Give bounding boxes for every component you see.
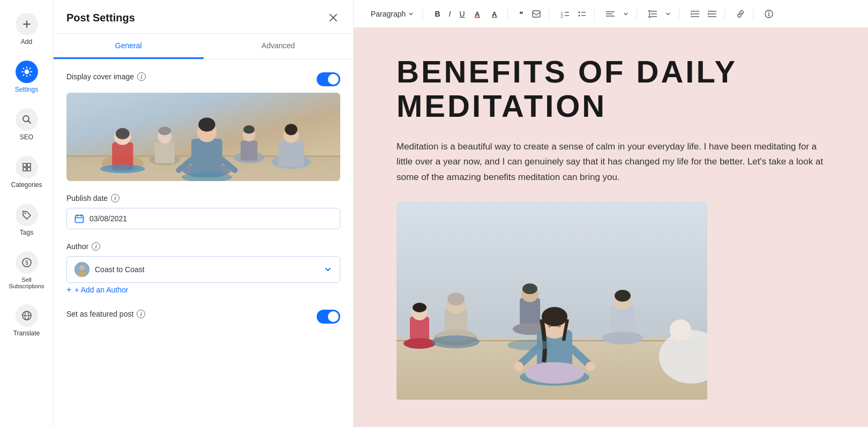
author-name: Coast to Coast (95, 265, 145, 274)
icon-sidebar: Add Settings SEO Categories (0, 0, 54, 427)
publish-date-field: Publish date i 03/08/2021 (66, 194, 340, 229)
toolbar-spacing-group (640, 8, 679, 20)
cover-image-placeholder (66, 93, 340, 181)
featured-post-toggle-row: Set as featured post i (66, 310, 340, 324)
svg-rect-21 (191, 139, 222, 177)
align-button[interactable] (602, 8, 618, 20)
author-info-icon[interactable]: i (92, 242, 100, 251)
svg-point-23 (198, 117, 215, 131)
sidebar-item-settings[interactable]: Settings (0, 53, 53, 101)
svg-point-89 (615, 290, 631, 302)
publish-date-label: Publish date i (66, 194, 340, 203)
svg-text:2.: 2. (560, 14, 564, 18)
underline-button[interactable]: U (455, 7, 468, 21)
author-label: Author i (66, 242, 340, 251)
toolbar-format-group: B I U A A (426, 7, 507, 21)
toolbar: Paragraph B I U A A ❝ (354, 0, 868, 28)
author-left: Coast to Coast (74, 262, 145, 277)
svg-point-90 (602, 332, 643, 344)
display-cover-toggle[interactable] (317, 72, 340, 86)
toolbar-align-group (598, 8, 637, 20)
panel-title: Post Settings (66, 12, 135, 24)
toolbar-list-group: 1. 2. (552, 8, 595, 20)
toolbar-info-group (757, 7, 781, 21)
svg-text:$: $ (25, 260, 28, 266)
article-area: BENEFITS OF DAILY MEDITATION Meditation … (354, 28, 868, 427)
link-button[interactable] (732, 8, 749, 20)
svg-point-85 (522, 283, 537, 294)
email-button[interactable] (528, 8, 544, 20)
article-image (396, 201, 707, 400)
quote-button[interactable]: ❝ (515, 7, 527, 21)
svg-point-19 (116, 128, 130, 139)
toggle-slider (317, 72, 340, 86)
toolbar-paragraph-group: Paragraph (362, 7, 423, 21)
seo-icon-circle (16, 108, 38, 131)
publish-date-info-icon[interactable]: i (111, 194, 119, 203)
svg-point-81 (447, 293, 465, 305)
bold-button[interactable]: B (431, 7, 444, 21)
sidebar-item-sell-label: SellSubscriptions (5, 276, 47, 289)
categories-icon-circle (16, 156, 38, 178)
font-color-button[interactable]: A (470, 7, 486, 21)
chevron-down-icon (324, 265, 332, 274)
settings-panel: Post Settings General Advanced Display c… (54, 0, 354, 427)
publish-date-input[interactable]: 03/08/2021 (89, 214, 332, 223)
sidebar-item-add-label: Add (21, 38, 32, 46)
display-cover-label: Display cover image i (66, 72, 146, 81)
sidebar-item-seo[interactable]: SEO (0, 101, 53, 148)
main-content: Paragraph B I U A A ❝ (354, 0, 868, 427)
svg-rect-27 (279, 141, 304, 168)
cover-image-container[interactable] (66, 93, 340, 181)
panel-tabs: General Advanced (54, 34, 353, 59)
featured-post-toggle-slider (317, 310, 340, 324)
display-cover-image-field: Display cover image i (66, 72, 340, 181)
svg-point-38 (100, 164, 145, 173)
svg-point-98 (586, 362, 595, 371)
sidebar-item-tags[interactable]: Tags (0, 196, 53, 244)
tab-general[interactable]: General (54, 34, 204, 59)
svg-rect-31 (155, 142, 175, 163)
svg-point-94 (542, 307, 567, 326)
unordered-list-button[interactable] (574, 8, 590, 20)
info-button[interactable] (761, 7, 777, 21)
close-button[interactable] (326, 11, 340, 25)
sidebar-item-add[interactable]: Add (0, 5, 53, 53)
tags-icon-circle (16, 204, 38, 226)
sell-icon-circle: $ (16, 251, 38, 274)
settings-icon-circle (16, 61, 38, 83)
featured-post-info-icon[interactable]: i (137, 310, 145, 318)
line-spacing-button[interactable] (645, 8, 661, 20)
author-dropdown[interactable]: Coast to Coast (66, 256, 340, 283)
display-cover-info-icon[interactable]: i (137, 72, 146, 81)
add-author-link[interactable]: + + Add an Author (66, 283, 340, 297)
indent-in-button[interactable] (704, 8, 720, 20)
svg-point-107 (507, 340, 552, 350)
featured-post-label: Set as featured post i (66, 310, 145, 318)
sidebar-item-translate[interactable]: Translate (0, 297, 53, 344)
sidebar-item-categories[interactable]: Categories (0, 148, 53, 196)
indent-out-button[interactable] (687, 8, 703, 20)
article-title[interactable]: BENEFITS OF DAILY MEDITATION (396, 55, 825, 123)
sidebar-item-sell[interactable]: $ SellSubscriptions (0, 244, 53, 297)
svg-rect-48 (475, 17, 480, 18)
highlight-button[interactable]: A (487, 7, 503, 21)
svg-point-102 (413, 303, 426, 312)
featured-post-field: Set as featured post i (66, 310, 340, 324)
toolbar-link-group (728, 8, 753, 20)
sidebar-item-seo-label: SEO (20, 133, 33, 141)
sidebar-item-settings-label: Settings (15, 86, 38, 93)
italic-button[interactable]: I (445, 7, 455, 21)
date-input-wrapper[interactable]: 03/08/2021 (66, 208, 340, 229)
paragraph-select[interactable]: Paragraph (366, 7, 418, 21)
align-dropdown-button[interactable] (619, 9, 632, 19)
featured-post-toggle[interactable] (317, 310, 340, 324)
ordered-list-button[interactable]: 1. 2. (557, 8, 573, 20)
toolbar-insert-group: ❝ (511, 7, 549, 21)
svg-point-103 (403, 338, 436, 349)
tab-advanced[interactable]: Advanced (204, 34, 354, 59)
article-intro[interactable]: Meditation is a beautiful way to create … (396, 139, 825, 186)
svg-point-29 (285, 124, 297, 135)
spacing-dropdown-button[interactable] (662, 9, 675, 19)
toolbar-indent-group (683, 8, 725, 20)
